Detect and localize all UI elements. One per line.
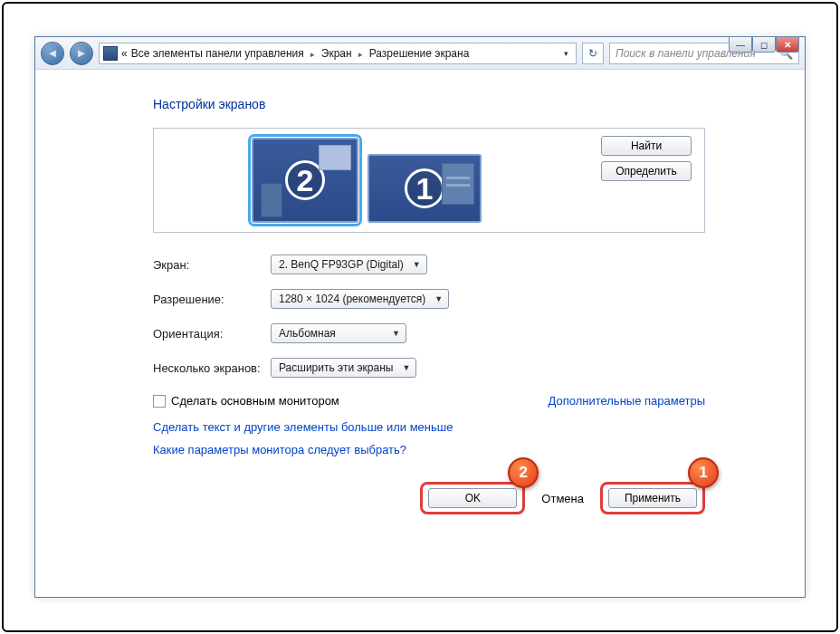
highlight-ok: OK 2 bbox=[420, 482, 525, 514]
address-dropdown-icon[interactable]: ▾ bbox=[560, 49, 572, 58]
chevron-down-icon: ▼ bbox=[434, 294, 443, 303]
help-links: Сделать текст и другие элементы больше и… bbox=[153, 420, 768, 456]
page-title: Настройки экранов bbox=[153, 97, 768, 111]
nav-forward-button[interactable]: ► bbox=[70, 42, 93, 65]
primary-monitor-checkbox[interactable] bbox=[153, 395, 166, 408]
which-settings-link[interactable]: Какие параметры монитора следует выбрать… bbox=[153, 443, 768, 456]
minimize-button[interactable]: — bbox=[729, 36, 752, 53]
address-bar[interactable]: « Все элементы панели управления Экран Р… bbox=[99, 43, 577, 64]
multi-display-label: Несколько экранов: bbox=[153, 361, 271, 375]
maximize-button[interactable]: ◻ bbox=[752, 36, 776, 53]
orientation-dropdown[interactable]: Альбомная▼ bbox=[271, 323, 406, 343]
breadcrumb-separator bbox=[308, 47, 318, 60]
resolution-label: Разрешение: bbox=[153, 293, 271, 306]
control-panel-window: — ◻ ✕ ◄ ► « Все элементы панели управлен… bbox=[34, 36, 806, 598]
breadcrumb-item[interactable]: Разрешение экрана bbox=[369, 47, 470, 60]
screen-label: Экран: bbox=[153, 258, 271, 272]
advanced-settings-link[interactable]: Дополнительные параметры bbox=[548, 394, 705, 408]
breadcrumb-item[interactable]: Все элементы панели управления bbox=[131, 47, 304, 60]
apply-button[interactable]: Применить bbox=[608, 488, 697, 508]
orientation-label: Ориентация: bbox=[153, 327, 271, 341]
dialog-buttons: OK 2 Отмена Применить 1 bbox=[153, 482, 705, 514]
navigation-bar: ◄ ► « Все элементы панели управления Экр… bbox=[35, 37, 805, 70]
monitor-number-badge: 1 bbox=[405, 168, 444, 208]
monitor-decoration bbox=[261, 183, 282, 217]
chevron-down-icon: ▼ bbox=[392, 329, 400, 338]
ok-button[interactable]: OK bbox=[428, 488, 517, 508]
resolution-dropdown[interactable]: 1280 × 1024 (рекомендуется)▼ bbox=[271, 289, 449, 309]
content-pane: Настройки экранов 2 1 Найти Определить Э… bbox=[35, 70, 805, 514]
monitor-1[interactable]: 1 bbox=[368, 154, 482, 223]
cancel-button[interactable]: Отмена bbox=[541, 492, 584, 505]
refresh-button[interactable]: ↻ bbox=[582, 43, 604, 64]
annotation-badge-2: 2 bbox=[508, 457, 539, 488]
chevron-down-icon: ▼ bbox=[413, 260, 421, 269]
preview-side-buttons: Найти Определить bbox=[601, 136, 692, 181]
chevron-down-icon: ▼ bbox=[402, 363, 410, 372]
settings-form: Экран: 2. BenQ FP93GP (Digital)▼ Разреше… bbox=[153, 255, 768, 378]
annotation-badge-1: 1 bbox=[688, 457, 719, 488]
monitor-decoration bbox=[319, 145, 351, 170]
nav-back-button[interactable]: ◄ bbox=[41, 42, 64, 65]
identify-button[interactable]: Определить bbox=[601, 161, 692, 181]
monitor-icon bbox=[103, 46, 118, 61]
screen-dropdown[interactable]: 2. BenQ FP93GP (Digital)▼ bbox=[271, 255, 427, 274]
monitor-2[interactable]: 2 bbox=[252, 138, 358, 223]
resize-text-link[interactable]: Сделать текст и другие элементы больше и… bbox=[153, 420, 768, 434]
monitor-decoration bbox=[442, 163, 474, 205]
close-button[interactable]: ✕ bbox=[776, 36, 799, 53]
breadcrumb-item[interactable]: Экран bbox=[321, 47, 352, 60]
primary-monitor-row: Сделать основным монитором Дополнительны… bbox=[153, 394, 705, 408]
multi-display-dropdown[interactable]: Расширить эти экраны▼ bbox=[271, 358, 416, 378]
window-controls: — ◻ ✕ bbox=[729, 36, 799, 53]
display-arrangement-box[interactable]: 2 1 Найти Определить bbox=[153, 128, 705, 233]
breadcrumb-separator bbox=[356, 47, 366, 60]
primary-monitor-label: Сделать основным монитором bbox=[171, 394, 339, 408]
highlight-apply: Применить 1 bbox=[600, 482, 705, 514]
breadcrumb-prefix: « bbox=[121, 47, 128, 60]
monitor-icons: 2 1 bbox=[252, 138, 482, 223]
find-button[interactable]: Найти bbox=[601, 136, 692, 156]
